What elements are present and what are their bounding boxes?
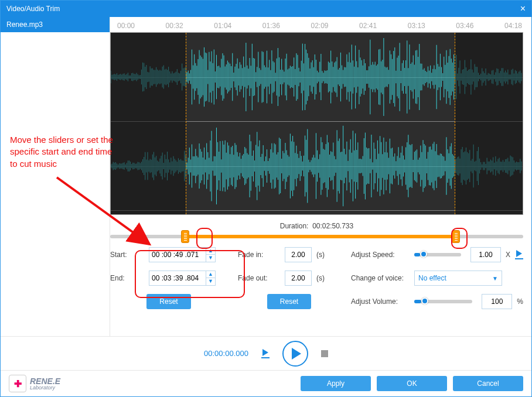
adjust-volume-label: Adjust Volume: [351, 297, 410, 306]
change-voice-label: Change of voice: [351, 274, 410, 282]
trim-marker-end[interactable] [455, 33, 455, 214]
fade-in-value[interactable] [285, 251, 311, 259]
duration-label: Duration: 00:02:50.733 [110, 221, 523, 230]
chevron-down-icon: ▼ [492, 275, 498, 282]
time-tick: 04:18 [504, 22, 523, 31]
start-time-input[interactable]: ▲▼ [149, 247, 216, 262]
goto-button[interactable] [261, 349, 270, 358]
fade-in-input[interactable] [285, 247, 312, 262]
title-bar: Video/Audio Trim × [1, 1, 531, 17]
main-panel: 00:00 00:32 01:04 01:36 02:09 02:41 03:1… [110, 17, 531, 351]
play-icon [292, 348, 301, 360]
speed-slider[interactable] [414, 253, 461, 256]
adjust-speed-label: Adjust Speed: [351, 251, 410, 259]
spin-up-icon[interactable]: ▲ [206, 248, 215, 255]
time-tick: 01:04 [214, 22, 262, 31]
trim-dim-left [111, 33, 186, 214]
bottom-bar: ✚ RENE.E Laboratory Apply OK Cancel [1, 370, 531, 396]
apply-button[interactable]: Apply [301, 376, 371, 391]
close-icon[interactable]: × [520, 4, 526, 14]
trim-handle-end[interactable] [452, 230, 460, 243]
spin-down-icon[interactable]: ▼ [206, 278, 215, 285]
fade-out-label: Fade out: [238, 274, 280, 282]
fade-in-label: Fade in: [238, 251, 280, 259]
window-title: Video/Audio Trim [6, 5, 60, 13]
volume-suffix: % [517, 297, 523, 306]
speed-preview-button[interactable] [515, 250, 523, 259]
end-label: End: [110, 274, 144, 282]
waveform-display[interactable] [110, 32, 523, 215]
reset-fade-button[interactable]: Reset [267, 294, 311, 309]
voice-effect-combo[interactable]: No effect ▼ [414, 271, 502, 286]
logo-text-line1: RENE.E [30, 377, 60, 385]
trim-marker-start[interactable] [186, 33, 186, 214]
trim-dim-right [455, 33, 523, 214]
play-button[interactable] [282, 341, 308, 367]
spin-down-icon[interactable]: ▼ [206, 255, 215, 262]
stop-button[interactable] [321, 350, 328, 357]
reset-trim-button[interactable]: Reset [146, 294, 190, 309]
start-label: Start: [110, 251, 144, 259]
slider-knob[interactable] [420, 251, 427, 258]
file-sidebar: Renee.mp3 [1, 17, 110, 351]
logo-text-line2: Laboratory [30, 385, 60, 391]
logo-icon: ✚ [9, 375, 26, 392]
time-tick: 01:36 [262, 22, 311, 31]
end-time-value[interactable] [149, 274, 206, 282]
cancel-button[interactable]: Cancel [453, 376, 523, 391]
slider-knob[interactable] [421, 297, 428, 304]
volume-slider[interactable] [414, 300, 472, 303]
time-tick: 02:09 [311, 22, 359, 31]
trim-handle-start[interactable] [181, 230, 189, 243]
end-time-input[interactable]: ▲▼ [149, 271, 216, 286]
speed-value-input[interactable] [470, 247, 501, 262]
fade-unit: (s) [316, 274, 325, 282]
play-icon [262, 349, 268, 356]
time-tick: 02:41 [359, 22, 408, 31]
start-time-value[interactable] [149, 251, 206, 259]
time-tick: 03:13 [408, 22, 456, 31]
play-icon [516, 250, 522, 257]
speed-suffix: X [506, 251, 510, 259]
volume-value-input[interactable] [482, 294, 512, 309]
voice-effect-value: No effect [418, 274, 446, 282]
timeline-ruler: 00:00 00:32 01:04 01:36 02:09 02:41 03:1… [110, 22, 523, 31]
time-tick: 00:00 [117, 22, 166, 31]
brand-logo: ✚ RENE.E Laboratory [9, 375, 60, 392]
fade-unit: (s) [316, 251, 325, 259]
time-tick: 00:32 [166, 22, 214, 31]
trim-slider-fill [185, 235, 456, 238]
playback-timecode: 00:00:00.000 [204, 349, 248, 358]
file-list-item[interactable]: Renee.mp3 [1, 17, 110, 32]
trim-slider-row: Duration: 00:02:50.733 [110, 221, 523, 243]
fade-out-input[interactable] [285, 271, 312, 286]
fade-out-value[interactable] [285, 274, 311, 282]
ok-button[interactable]: OK [377, 376, 447, 391]
spin-up-icon[interactable]: ▲ [206, 271, 215, 278]
playback-bar: 00:00:00.000 [1, 336, 531, 370]
time-tick: 03:46 [456, 22, 504, 31]
